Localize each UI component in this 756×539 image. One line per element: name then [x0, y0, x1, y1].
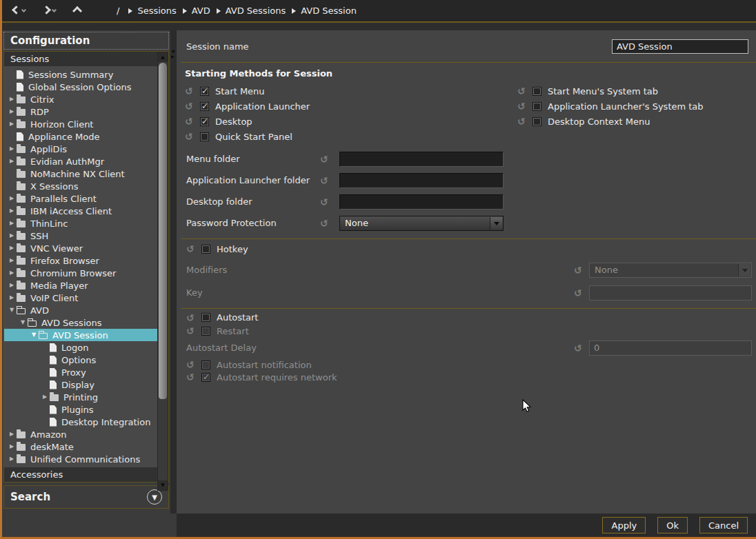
start-menu-checkbox[interactable] [200, 87, 209, 96]
autostart-checkbox[interactable] [201, 313, 210, 322]
breadcrumb-avd-sessions[interactable]: AVD Sessions [217, 6, 286, 16]
tree-item-printing[interactable]: ▶Printing [4, 391, 168, 403]
tree-item-vnc-viewer[interactable]: ▶VNC Viewer [4, 242, 168, 254]
tree-item-applidis[interactable]: ▶AppliDis [4, 143, 168, 155]
up-button[interactable] [74, 8, 81, 14]
reset-icon[interactable]: ↺ [517, 116, 528, 126]
tree-item-desktop-integration[interactable]: Desktop Integration [4, 416, 168, 428]
expander-down-icon[interactable]: ▼ [29, 329, 39, 341]
desktop-context-menu-checkbox[interactable] [533, 117, 541, 126]
scroll-down-button[interactable]: ▼ [158, 480, 168, 490]
tree-item-avd-session[interactable]: ▼AVD Session [4, 329, 168, 341]
tree-item-x-sessions[interactable]: X Sessions [4, 180, 168, 192]
application-launcher-s-system-tab-checkbox[interactable] [533, 102, 541, 111]
accordion-sessions[interactable]: Sessions ▲ [4, 52, 168, 66]
password-protection-dropdown[interactable]: None [339, 216, 504, 231]
scrollbar-thumb[interactable] [159, 63, 167, 399]
expander-right-icon[interactable]: ▶ [7, 143, 17, 155]
tree-item-options[interactable]: Options [4, 354, 168, 366]
expander-right-icon[interactable]: ▶ [7, 155, 17, 167]
cancel-button[interactable]: Cancel [699, 517, 748, 533]
tree-item-media-player[interactable]: ▶Media Player [4, 279, 168, 292]
tree-item-thinlinc[interactable]: ▶ThinLinc [4, 217, 168, 230]
menu-folder-input[interactable] [339, 152, 504, 167]
expander-right-icon[interactable]: ▶ [7, 242, 17, 254]
expander-right-icon[interactable]: ▶ [7, 118, 17, 130]
application-launcher-checkbox[interactable] [200, 102, 209, 111]
panel-splitter[interactable]: ◀▶ [170, 30, 177, 513]
accordion-accessories[interactable]: Accessories ▼ [4, 467, 168, 482]
expander-down-icon[interactable]: ▼ [18, 316, 28, 329]
tree-item-amazon[interactable]: ▶Amazon [4, 428, 168, 440]
reset-icon[interactable]: ↺ [186, 326, 197, 336]
tree-item-voip-client[interactable]: ▶VoIP Client [4, 292, 168, 304]
apply-button[interactable]: Apply [602, 517, 646, 533]
tree-item-appliance-mode[interactable]: Appliance Mode [4, 130, 168, 143]
breadcrumb-root[interactable]: / [117, 6, 119, 16]
expander-down-icon[interactable]: ▼ [7, 304, 17, 316]
reset-icon[interactable]: ↺ [186, 313, 197, 323]
expander-right-icon[interactable]: ▶ [7, 279, 17, 292]
session-name-input[interactable] [612, 39, 748, 54]
tree-item-global-session-options[interactable]: Global Session Options [4, 81, 168, 93]
tree-item-chromium-browser[interactable]: ▶Chromium Browser [4, 267, 168, 279]
expander-right-icon[interactable]: ▶ [40, 391, 50, 403]
reset-icon[interactable]: ↺ [185, 86, 196, 96]
tree-item-rdp[interactable]: ▶RDP [4, 105, 168, 118]
expander-right-icon[interactable]: ▶ [7, 93, 17, 105]
reset-icon[interactable]: ↺ [320, 176, 331, 185]
tree-item-sessions-summary[interactable]: Sessions Summary [4, 68, 168, 81]
breadcrumb-sessions[interactable]: Sessions [128, 6, 176, 16]
tree-item-avd[interactable]: ▼AVD [4, 304, 168, 316]
hotkey-checkbox[interactable] [201, 245, 210, 254]
reset-icon[interactable]: ↺ [517, 86, 528, 96]
tree-item-display[interactable]: Display [4, 378, 168, 391]
reset-icon[interactable]: ↺ [186, 360, 197, 369]
reset-icon[interactable]: ↺ [320, 218, 331, 228]
expander-right-icon[interactable]: ▶ [7, 254, 17, 267]
expander-right-icon[interactable]: ▶ [7, 428, 17, 440]
splitter-collapse-icons[interactable]: ◀▶ [171, 48, 175, 59]
reset-icon[interactable]: ↺ [185, 116, 196, 126]
breadcrumb-avd[interactable]: AVD [183, 6, 210, 16]
tree-item-citrix[interactable]: ▶Citrix [4, 93, 168, 105]
expander-right-icon[interactable]: ▶ [7, 217, 17, 230]
reset-icon[interactable]: ↺ [574, 288, 585, 298]
reset-icon[interactable]: ↺ [517, 101, 528, 111]
reset-icon[interactable]: ↺ [185, 101, 196, 111]
expander-right-icon[interactable]: ▶ [7, 453, 17, 465]
reset-icon[interactable]: ↺ [186, 372, 197, 382]
tree-scrollbar[interactable]: ▲ ▼ [157, 52, 168, 491]
quick-start-panel-checkbox[interactable] [200, 132, 209, 141]
tree-item-avd-sessions[interactable]: ▼AVD Sessions [4, 316, 168, 329]
back-button[interactable] [13, 7, 26, 15]
expander-right-icon[interactable]: ▶ [7, 192, 17, 205]
expander-right-icon[interactable]: ▶ [7, 230, 17, 242]
reset-icon[interactable]: ↺ [320, 154, 331, 164]
reset-icon[interactable]: ↺ [574, 343, 585, 353]
start-menu-s-system-tab-checkbox[interactable] [533, 87, 541, 96]
tree-item-evidian-authmgr[interactable]: ▶Evidian AuthMgr [4, 155, 168, 167]
tree-item-logon[interactable]: Logon [4, 341, 168, 354]
reset-icon[interactable]: ↺ [185, 132, 196, 141]
desktop-folder-input[interactable] [339, 194, 504, 210]
forward-button[interactable] [43, 7, 56, 15]
tree-item-parallels-client[interactable]: ▶Parallels Client [4, 192, 168, 205]
tree-item-deskmate[interactable]: ▶deskMate [4, 440, 168, 453]
ok-button[interactable]: Ok [657, 517, 688, 533]
breadcrumb-avd-session[interactable]: AVD Session [292, 6, 357, 16]
tree-item-horizon-client[interactable]: ▶Horizon Client [4, 118, 168, 130]
scroll-up-button[interactable]: ▲ [158, 52, 168, 62]
app-launcher-folder-input[interactable] [339, 173, 504, 188]
tree-item-ibm-iaccess-client[interactable]: ▶IBM iAccess Client [4, 205, 168, 217]
reset-icon[interactable]: ↺ [320, 197, 331, 207]
tree-item-unified-communications[interactable]: ▶Unified Communications [4, 453, 168, 465]
expander-right-icon[interactable]: ▶ [7, 267, 17, 279]
expander-right-icon[interactable]: ▶ [7, 205, 17, 217]
reset-icon[interactable]: ↺ [186, 244, 197, 254]
tree-item-nomachine-nx-client[interactable]: NoMachine NX Client [4, 167, 168, 180]
expander-right-icon[interactable]: ▶ [7, 292, 17, 304]
dropdown-arrow-icon[interactable] [490, 217, 502, 230]
tree-item-firefox-browser[interactable]: ▶Firefox Browser [4, 254, 168, 267]
tree-item-plugins[interactable]: Plugins [4, 403, 168, 416]
